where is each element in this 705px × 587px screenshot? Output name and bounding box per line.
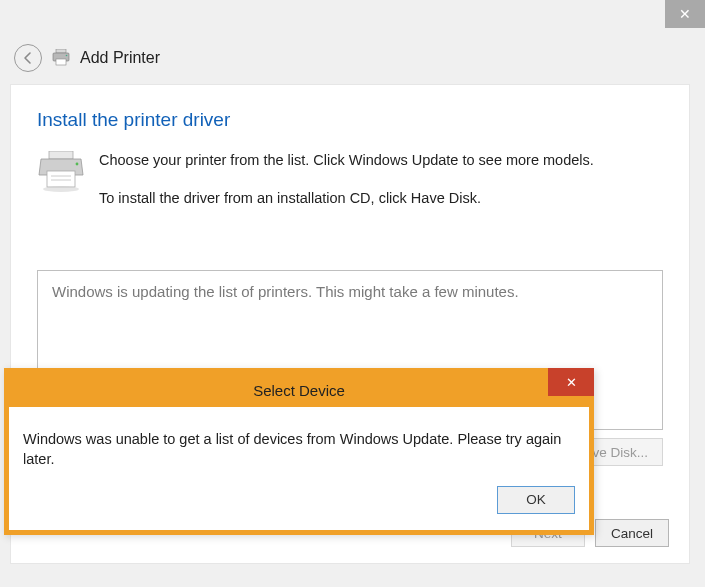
select-device-dialog: Select Device ✕ Windows was unable to ge… bbox=[4, 368, 594, 535]
dialog-ok-button[interactable]: OK bbox=[497, 486, 575, 514]
intro-line-2: To install the driver from an installati… bbox=[99, 189, 594, 209]
printer-icon bbox=[50, 48, 72, 68]
svg-point-8 bbox=[76, 163, 79, 166]
wizard-header: Add Printer bbox=[14, 44, 160, 72]
svg-rect-4 bbox=[49, 151, 73, 159]
intro-line-1: Choose your printer from the list. Click… bbox=[99, 151, 594, 171]
dialog-titlebar[interactable]: Select Device ✕ bbox=[9, 373, 589, 407]
window-close-button[interactable]: ✕ bbox=[665, 0, 705, 28]
arrow-left-icon bbox=[21, 51, 35, 65]
dialog-message: Windows was unable to get a list of devi… bbox=[9, 407, 589, 486]
printer-large-icon bbox=[37, 151, 85, 226]
dialog-close-button[interactable]: ✕ bbox=[548, 368, 594, 396]
cancel-button[interactable]: Cancel bbox=[595, 519, 669, 547]
intro-text: Choose your printer from the list. Click… bbox=[99, 151, 594, 226]
close-icon: ✕ bbox=[679, 6, 691, 22]
svg-rect-5 bbox=[47, 171, 75, 187]
dialog-title: Select Device bbox=[253, 382, 345, 399]
svg-point-9 bbox=[43, 186, 79, 192]
panel-heading: Install the printer driver bbox=[37, 109, 663, 131]
back-button[interactable] bbox=[14, 44, 42, 72]
status-message: Windows is updating the list of printers… bbox=[52, 283, 519, 300]
wizard-title: Add Printer bbox=[80, 49, 160, 67]
svg-rect-2 bbox=[56, 59, 66, 65]
close-icon: ✕ bbox=[566, 375, 577, 390]
intro-section: Choose your printer from the list. Click… bbox=[37, 151, 663, 226]
svg-rect-0 bbox=[56, 49, 66, 53]
svg-point-3 bbox=[66, 55, 68, 57]
